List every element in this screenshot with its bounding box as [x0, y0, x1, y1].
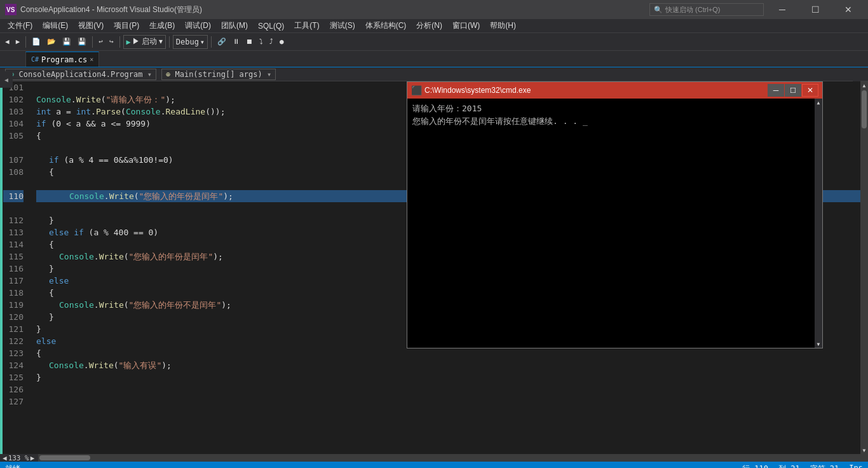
tab-bar: ◀ C# Program.cs × [0, 51, 868, 67]
nav-class-dropdown[interactable]: ⊕ ConsoleApplication4.Program ▾ [5, 69, 156, 80]
modified-indicator [0, 81, 3, 454]
line-num: 121 [3, 323, 24, 335]
toolbar-redo-btn[interactable]: ↪ [107, 35, 116, 49]
toolbar-forward-btn[interactable]: ▶ [13, 35, 23, 49]
cmd-scrollbar[interactable]: ▲ ▼ [815, 99, 822, 348]
line-num [3, 202, 24, 214]
search-icon: 🔍 [654, 6, 663, 14]
line-num: 117 [3, 275, 24, 287]
maximize-button[interactable]: ☐ [801, 0, 830, 19]
scroll-up-btn[interactable]: ▲ [860, 81, 868, 89]
toolbar-back-btn[interactable]: ◀ [3, 35, 12, 49]
toolbar-saveall-btn[interactable]: 💾 [75, 35, 89, 49]
toolbar-newfile-btn[interactable]: 📄 [29, 35, 43, 49]
line-num: 123 [3, 347, 24, 359]
cmd-titlebar[interactable]: ⬛ C:\Windows\system32\cmd.exe ─ ☐ ✕ [407, 82, 822, 99]
line-num: 105 [3, 130, 24, 142]
status-bar: 就绪 行 110 列 21 字符 21 Ins [0, 462, 868, 468]
menu-sql[interactable]: SQL(Q) [253, 19, 289, 33]
status-col: 列 21 [778, 464, 800, 469]
status-row: 行 110 [742, 464, 768, 469]
toolbar-stepover-btn[interactable]: ⤴ [267, 35, 276, 49]
toolbar-step-btn[interactable]: ⤵ [257, 35, 266, 49]
zoom-level-area: ◀ 133 % ▶ [0, 454, 38, 462]
menu-analyze[interactable]: 分析(N) [411, 19, 447, 33]
menu-project[interactable]: 项目(P) [109, 19, 144, 33]
zoom-value: 133 % [8, 454, 29, 462]
line-num: 110 [3, 190, 24, 202]
zoom-decrease-btn[interactable]: ◀ [3, 454, 7, 462]
minimize-button[interactable]: ─ [768, 0, 797, 19]
nav-bar: ⊕ ConsoleApplication4.Program ▾ ⊕ Main(s… [0, 67, 868, 81]
tab-scroll-left[interactable]: ◀ [0, 71, 13, 88]
scroll-up-icon: ▲ [863, 83, 866, 88]
toolbar-save-btn[interactable]: 💾 [60, 35, 74, 49]
scroll-thumb[interactable] [862, 90, 867, 128]
cmd-title-area: ⬛ C:\Windows\system32\cmd.exe [411, 85, 531, 95]
cmd-scroll-down[interactable]: ▼ [815, 340, 822, 348]
app-title: ConsoleApplication4 - Microsoft Visual S… [20, 4, 202, 15]
toolbar-stop-btn[interactable]: ⏹ [243, 35, 255, 49]
menu-file[interactable]: 文件(F) [3, 19, 37, 33]
line-num: 113 [3, 226, 24, 238]
start-icon: ▶ [126, 38, 131, 46]
left-arrow-icon: ◀ [4, 76, 8, 83]
menu-bar: 文件(F) 编辑(E) 视图(V) 项目(P) 生成(B) 调试(D) 团队(M… [0, 19, 868, 33]
menu-tools[interactable]: 工具(T) [289, 19, 324, 33]
toolbar-pause-btn[interactable]: ⏸ [230, 35, 242, 49]
menu-edit[interactable]: 编辑(E) [37, 19, 73, 33]
menu-test[interactable]: 测试(S) [325, 19, 360, 33]
line-num: 108 [3, 166, 24, 178]
h-scroll-thumb[interactable] [39, 455, 90, 460]
toolbar-undo-btn[interactable]: ↩ [96, 35, 105, 49]
start-label: ▶ 启动 ▾ [132, 36, 163, 47]
scroll-down-btn[interactable]: ▼ [860, 446, 868, 454]
toolbar-sep-1 [25, 36, 26, 48]
status-ready: 就绪 [5, 464, 20, 469]
menu-help[interactable]: 帮助(H) [485, 19, 521, 33]
cmd-window-controls: ─ ☐ ✕ [768, 84, 818, 97]
menu-window[interactable]: 窗口(W) [447, 19, 485, 33]
quick-launch-placeholder: 快速启动 (Ctrl+Q) [665, 5, 720, 15]
toolbar-open-btn[interactable]: 📂 [44, 35, 58, 49]
menu-build[interactable]: 生成(B) [144, 19, 180, 33]
line-num: 126 [3, 383, 24, 396]
code-line: Console.Write("输入有误"); [36, 359, 860, 371]
h-scrollbar[interactable] [38, 454, 868, 462]
debug-chevron-icon: ▾ [200, 38, 205, 46]
cmd-icon: ⬛ [411, 85, 422, 95]
toolbar-sep-5 [211, 36, 212, 48]
line-num: 115 [3, 251, 24, 263]
status-char: 字符 21 [810, 464, 839, 469]
toolbar-debug-dropdown[interactable]: Debug ▾ [173, 35, 208, 49]
menu-arch[interactable]: 体系结构(C) [360, 19, 412, 33]
line-num: 107 [3, 154, 24, 166]
cmd-close-btn[interactable]: ✕ [802, 84, 818, 97]
tab-close-btn[interactable]: × [90, 56, 93, 63]
tab-program-cs[interactable]: C# Program.cs × [25, 52, 99, 67]
tab-icon: C# [31, 56, 39, 63]
nav-method-dropdown[interactable]: ⊕ Main(string[] args) ▾ [161, 69, 276, 80]
cmd-scroll-up[interactable]: ▲ [815, 99, 822, 106]
editor-scrollbar[interactable]: ▲ ▼ [860, 81, 868, 454]
close-button[interactable]: ✕ [834, 0, 863, 19]
cmd-content-area[interactable]: 请输入年份：2015 您输入的年份不是闰年请按任意键继续. . . _ [407, 99, 815, 348]
menu-debug[interactable]: 调试(D) [180, 19, 216, 33]
toolbar-start-btn[interactable]: ▶ ▶ 启动 ▾ [123, 35, 166, 49]
cmd-minimize-btn[interactable]: ─ [768, 84, 784, 97]
bottom-bar: ◀ 133 % ▶ [0, 454, 868, 462]
line-num: 125 [3, 371, 24, 383]
toolbar-breakpoint-btn[interactable]: ● [277, 35, 287, 49]
vs-logo-icon: VS [5, 4, 17, 15]
code-line: { [36, 347, 860, 359]
cmd-output-line2: 您输入的年份不是闰年请按任意键继续. . . _ [412, 115, 810, 128]
menu-team[interactable]: 团队(M) [216, 19, 253, 33]
menu-view[interactable]: 视图(V) [73, 19, 109, 33]
cmd-window: ⬛ C:\Windows\system32\cmd.exe ─ ☐ ✕ 请输入年… [407, 81, 823, 348]
title-bar: VS ConsoleApplication4 - Microsoft Visua… [0, 0, 868, 19]
quick-launch-input[interactable]: 🔍 快速启动 (Ctrl+Q) [649, 3, 764, 16]
zoom-increase-btn[interactable]: ▶ [31, 454, 35, 462]
toolbar-attach-btn[interactable]: 🔗 [215, 35, 229, 49]
line-num: 103 [3, 106, 24, 118]
cmd-maximize-btn[interactable]: ☐ [785, 84, 801, 97]
